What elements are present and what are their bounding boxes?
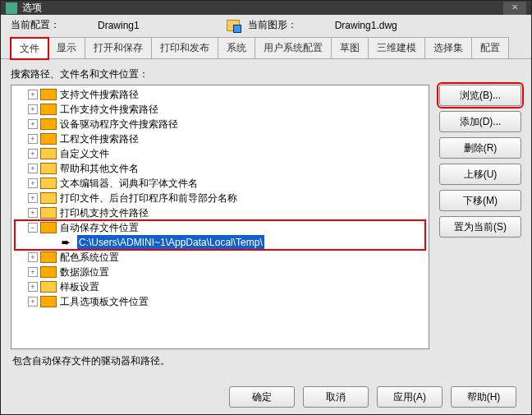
options-dialog: 选项 ✕ 当前配置： Drawing1 当前图形： Drawing1.dwg 文… (0, 0, 532, 415)
titlebar: 选项 ✕ (1, 1, 531, 15)
tree-item-label: 工作支持文件搜索路径 (60, 102, 158, 117)
tree-item[interactable]: +打印机支持文件路径 (11, 205, 429, 220)
side-buttons: 浏览(B)... 添加(D)... 删除(R) 上移(U) 下移(M) 置为当前… (439, 85, 521, 349)
tab-2[interactable]: 打开和保存 (85, 37, 152, 58)
window-title: 选项 (22, 1, 42, 15)
tree-item-label: 样板设置 (60, 279, 99, 294)
expand-icon[interactable]: + (28, 149, 38, 159)
header-row: 当前配置： Drawing1 当前图形： Drawing1.dwg (1, 15, 531, 32)
expand-icon[interactable]: + (28, 90, 38, 99)
tree-item[interactable]: +样板设置 (11, 279, 429, 294)
tree-child-item[interactable]: ➨C:\Users\ADMINI~1\AppData\Local\Temp\ (11, 235, 429, 250)
movedown-button[interactable]: 下移(M) (439, 190, 521, 211)
tree-item[interactable]: +自定义文件 (11, 146, 429, 161)
expand-icon[interactable]: + (28, 134, 38, 144)
tree-item-label: 文本编辑器、词典和字体文件名 (60, 176, 198, 191)
tab-4[interactable]: 系统 (218, 37, 255, 58)
tab-6[interactable]: 草图 (331, 37, 369, 58)
expand-icon[interactable]: + (28, 193, 38, 203)
tree-item-label: 工具选项板文件位置 (60, 294, 149, 309)
tree-item[interactable]: +设备驱动程序文件搜索路径 (11, 117, 429, 131)
expand-icon[interactable]: + (28, 164, 38, 173)
folder-icon (40, 104, 57, 115)
add-button[interactable]: 添加(D)... (439, 111, 521, 132)
tab-strip: 文件显示打开和保存打印和发布系统用户系统配置草图三维建模选择集配置 (1, 32, 531, 59)
tab-1[interactable]: 显示 (48, 37, 85, 58)
folder-icon (40, 266, 57, 278)
tab-0[interactable]: 文件 (11, 38, 48, 59)
arrow-icon: ➨ (57, 235, 74, 250)
folder-icon (40, 192, 57, 204)
footer-description: 包含自动保存文件的驱动器和路径。 (11, 349, 521, 368)
section-label: 搜索路径、文件名和文件位置： (11, 67, 521, 81)
tab-5[interactable]: 用户系统配置 (255, 37, 332, 58)
tab-8[interactable]: 选择集 (424, 37, 472, 58)
tree-item-label: 设备驱动程序文件搜索路径 (60, 117, 178, 131)
folder-icon (40, 281, 57, 293)
cancel-button[interactable]: 取消 (303, 386, 369, 408)
tree-item-label: 工程文件搜索路径 (60, 131, 139, 146)
tree-item[interactable]: +帮助和其他文件名 (11, 161, 429, 176)
folder-icon (40, 296, 57, 307)
folder-icon (40, 251, 57, 263)
expand-icon[interactable]: + (28, 178, 38, 188)
tree-item[interactable]: +文本编辑器、词典和字体文件名 (11, 176, 429, 191)
tree-item-label: 自动保存文件位置 (60, 220, 139, 235)
current-config-value: Drawing1 (98, 20, 140, 31)
expand-icon[interactable]: + (28, 267, 38, 277)
help-button[interactable]: 帮助(H) (451, 386, 516, 408)
tree-view[interactable]: +支持文件搜索路径+工作支持文件搜索路径+设备驱动程序文件搜索路径+工程文件搜索… (11, 85, 429, 349)
expand-icon[interactable]: + (28, 208, 38, 218)
tree-path-value: C:\Users\ADMINI~1\AppData\Local\Temp\ (77, 235, 264, 250)
current-drawing-value: Drawing1.dwg (335, 20, 397, 31)
folder-icon (40, 178, 57, 189)
expand-icon[interactable]: + (28, 282, 38, 292)
tree-item[interactable]: +支持文件搜索路径 (11, 87, 429, 102)
tab-9[interactable]: 配置 (471, 37, 509, 58)
expand-icon[interactable]: + (28, 119, 38, 129)
expand-icon[interactable]: + (28, 297, 38, 307)
app-icon (6, 2, 17, 14)
delete-button[interactable]: 删除(R) (439, 137, 521, 159)
current-drawing-label: 当前图形： (248, 18, 297, 32)
tree-item-label: 配色系统位置 (60, 250, 119, 265)
ok-button[interactable]: 确定 (229, 386, 295, 408)
tree-item-label: 数据源位置 (60, 265, 109, 279)
tree-item[interactable]: +工作支持文件搜索路径 (11, 102, 429, 117)
tree-item[interactable]: +工具选项板文件位置 (11, 294, 429, 309)
tab-3[interactable]: 打印和发布 (151, 37, 218, 58)
tree-item[interactable]: +配色系统位置 (11, 250, 429, 265)
tab-content: 搜索路径、文件名和文件位置： +支持文件搜索路径+工作支持文件搜索路径+设备驱动… (1, 59, 531, 376)
current-config-label: 当前配置： (11, 18, 60, 32)
setcurrent-button[interactable]: 置为当前(S) (439, 216, 521, 237)
browse-button[interactable]: 浏览(B)... (439, 85, 521, 106)
drawing-icon (227, 20, 240, 31)
folder-icon (40, 89, 57, 100)
folder-icon (40, 118, 57, 130)
tree-item-label: 支持文件搜索路径 (60, 87, 139, 102)
expand-icon[interactable]: + (28, 252, 38, 262)
tree-item[interactable]: +打印文件、后台打印程序和前导部分名称 (11, 191, 429, 205)
folder-icon (40, 163, 57, 174)
apply-button[interactable]: 应用(A) (377, 386, 443, 408)
tab-7[interactable]: 三维建模 (368, 37, 425, 58)
close-icon[interactable]: ✕ (503, 2, 526, 15)
tree-item-label: 帮助和其他文件名 (60, 161, 139, 176)
folder-icon (40, 148, 57, 159)
tree-item[interactable]: +数据源位置 (11, 265, 429, 279)
tree-item-label: 打印机支持文件路径 (60, 205, 149, 220)
expand-icon[interactable]: + (28, 104, 38, 114)
dialog-buttons: 确定 取消 应用(A) 帮助(H) (1, 376, 531, 415)
moveup-button[interactable]: 上移(U) (439, 164, 521, 185)
tree-item-label: 打印文件、后台打印程序和前导部分名称 (60, 191, 237, 205)
tree-item[interactable]: −自动保存文件位置 (11, 220, 429, 235)
folder-icon (40, 222, 57, 233)
tree-item[interactable]: +工程文件搜索路径 (11, 131, 429, 146)
collapse-icon[interactable]: − (28, 223, 38, 233)
tree-item-label: 自定义文件 (60, 146, 109, 161)
folder-icon (40, 207, 57, 219)
folder-icon (40, 133, 57, 145)
